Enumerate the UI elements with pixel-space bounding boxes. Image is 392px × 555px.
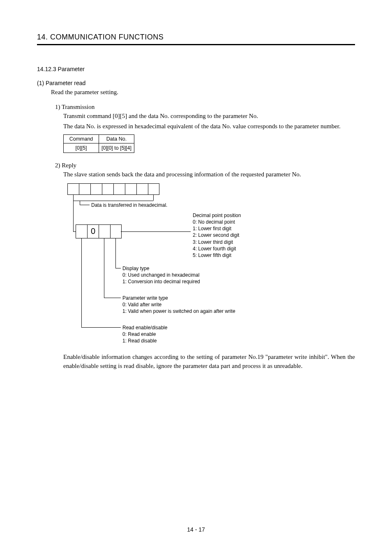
- dpp-block: Decimal point position 0: No decimal poi…: [193, 212, 241, 259]
- diagram-cell: [125, 183, 136, 195]
- diagram-cell: [90, 183, 102, 195]
- pwt-title: Parameter write type: [122, 295, 168, 301]
- transmission-p1: Transmit command [0][5] and the data No.…: [63, 112, 355, 121]
- display-block: Display type 0: Used unchanged in hexade…: [122, 265, 200, 285]
- dpp-l3: 3: Lower third digit: [193, 239, 233, 245]
- page-footer: 14 - 17: [0, 526, 392, 533]
- reply-title: 2) Reply: [55, 161, 355, 170]
- display-l1: 1: Conversion into decimal required: [122, 279, 200, 284]
- diagram-cell: [67, 183, 79, 195]
- dpp-l1: 1: Lower first digit: [193, 226, 231, 231]
- dpp-title: Decimal point position: [193, 213, 241, 218]
- red-l0: 0: Read enable: [122, 331, 156, 337]
- diagram-bigcell: [110, 224, 122, 238]
- table-cell-datano: [0][0] to [5][4]: [99, 143, 134, 153]
- diagram-bigcell: [76, 224, 87, 238]
- dpp-l0: 0: No decimal point: [193, 219, 235, 225]
- table-header-command: Command: [64, 135, 99, 143]
- table-header-datano: Data No.: [99, 135, 134, 143]
- table-cell-command: [0][5]: [64, 143, 99, 153]
- dpp-l5: 5: Lower fifth digit: [193, 252, 231, 258]
- pwt-l1: 1: Valid when power is switched on again…: [122, 308, 235, 314]
- reply-p1: The slave station sends back the data an…: [63, 170, 355, 179]
- reply-diagram: Data is transferred in hexadecimal. 0 De…: [63, 183, 355, 344]
- diagram-bigcell: [99, 224, 110, 238]
- subsection-title: (1) Parameter read: [37, 80, 355, 86]
- data-transfer-label: Data is transferred in hexadecimal.: [91, 202, 167, 208]
- dpp-l4: 4: Lower fourth digit: [193, 246, 236, 252]
- chapter-title: 14. COMMUNICATION FUNCTIONS: [37, 33, 355, 45]
- intro-text: Read the parameter setting.: [51, 88, 355, 97]
- pwt-l0: 0: Valid after write: [122, 302, 161, 308]
- diagram-bigcell: 0: [87, 224, 99, 238]
- diagram-cell: [102, 183, 113, 195]
- pwt-block: Parameter write type 0: Valid after writ…: [122, 295, 235, 315]
- diagram-cell: [136, 183, 148, 195]
- command-table: Command Data No. [0][5] [0][0] to [5][4]: [63, 134, 134, 153]
- red-title: Read enable/disable: [122, 325, 167, 331]
- diagram-cell: [113, 183, 125, 195]
- closing-paragraph: Enable/disable information changes accor…: [63, 353, 355, 371]
- display-title: Display type: [122, 266, 149, 271]
- section-heading: 14.12.3 Parameter: [37, 66, 355, 72]
- transmission-title: 1) Transmission: [55, 103, 355, 112]
- dpp-l2: 2: Lower second digit: [193, 232, 239, 238]
- display-l0: 0: Used unchanged in hexadecimal: [122, 272, 199, 278]
- red-l1: 1: Read disable: [122, 338, 157, 344]
- diagram-cell: [148, 183, 159, 195]
- diagram-cell: [79, 183, 90, 195]
- transmission-p2: The data No. is expressed in hexadecimal…: [63, 122, 355, 131]
- red-block: Read enable/disable 0: Read enable 1: Re…: [122, 324, 167, 345]
